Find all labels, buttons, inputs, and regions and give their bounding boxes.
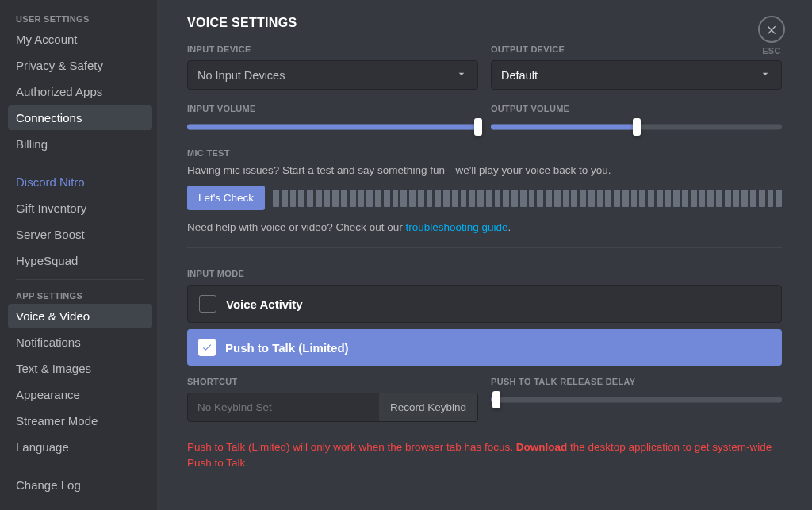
sidebar-item-my-account[interactable]: My Account bbox=[8, 27, 152, 52]
input-device-select[interactable]: No Input Devices bbox=[187, 60, 478, 90]
sidebar-item-text-images[interactable]: Text & Images bbox=[8, 356, 152, 381]
mic-test-description: Having mic issues? Start a test and say … bbox=[187, 164, 782, 176]
troubleshooting-link[interactable]: troubleshooting guide bbox=[405, 221, 508, 233]
input-volume-label: INPUT VOLUME bbox=[187, 104, 478, 113]
release-delay-label: PUSH TO TALK RELEASE DELAY bbox=[491, 377, 782, 386]
sidebar-header-app: APP SETTINGS bbox=[8, 286, 152, 304]
checkbox-icon bbox=[199, 295, 216, 313]
divider bbox=[16, 163, 144, 163]
sidebar-item-voice-video[interactable]: Voice & Video bbox=[8, 304, 152, 328]
sidebar-item-streamer-mode[interactable]: Streamer Mode bbox=[8, 408, 152, 433]
close-esc: ESC bbox=[758, 16, 785, 56]
input-volume-slider[interactable] bbox=[187, 120, 478, 134]
mode-label: Push to Talk (Limited) bbox=[225, 341, 349, 355]
ptt-limited-warning: Push to Talk (Limited) will only work wh… bbox=[187, 439, 782, 472]
input-device-label: INPUT DEVICE bbox=[187, 44, 478, 54]
shortcut-label: SHORTCUT bbox=[187, 377, 478, 386]
sidebar-item-discord-nitro[interactable]: Discord Nitro bbox=[8, 170, 152, 194]
output-device-label: OUTPUT DEVICE bbox=[491, 44, 782, 54]
mic-test-label: MIC TEST bbox=[187, 148, 782, 158]
sidebar-item-privacy-safety[interactable]: Privacy & Safety bbox=[8, 53, 152, 78]
sidebar-header-user: USER SETTINGS bbox=[8, 10, 152, 27]
keybind-box: No Keybind Set Record Keybind bbox=[187, 393, 478, 422]
release-delay-slider[interactable] bbox=[491, 393, 782, 407]
input-mode-voice-activity[interactable]: Voice Activity bbox=[187, 285, 782, 323]
chevron-down-icon bbox=[455, 67, 468, 82]
sidebar-item-connections[interactable]: Connections bbox=[8, 105, 152, 130]
divider bbox=[16, 466, 144, 466]
output-volume-label: OUTPUT VOLUME bbox=[491, 104, 782, 113]
input-mode-push-to-talk[interactable]: Push to Talk (Limited) bbox=[187, 329, 782, 366]
sidebar-item-authorized-apps[interactable]: Authorized Apps bbox=[8, 79, 152, 104]
settings-sidebar: USER SETTINGS My Account Privacy & Safet… bbox=[0, 0, 157, 510]
output-device-select[interactable]: Default bbox=[491, 60, 782, 90]
download-link[interactable]: Download bbox=[516, 441, 568, 453]
close-icon bbox=[765, 23, 778, 36]
output-device-value: Default bbox=[501, 69, 538, 82]
record-keybind-button[interactable]: Record Keybind bbox=[379, 393, 477, 421]
keybind-input[interactable]: No Keybind Set bbox=[188, 393, 379, 421]
divider bbox=[187, 247, 782, 248]
help-text: Need help with voice or video? Check out… bbox=[187, 221, 782, 233]
page-title: VOICE SETTINGS bbox=[187, 16, 782, 30]
checkbox-checked-icon bbox=[198, 339, 216, 356]
mic-test-meter bbox=[273, 190, 782, 207]
settings-content: ESC VOICE SETTINGS INPUT DEVICE No Input… bbox=[157, 0, 812, 510]
sidebar-item-change-log[interactable]: Change Log bbox=[8, 473, 152, 497]
divider bbox=[16, 504, 144, 504]
sidebar-item-gift-inventory[interactable]: Gift Inventory bbox=[8, 196, 152, 220]
output-volume-slider[interactable] bbox=[491, 120, 782, 134]
sidebar-item-hypesquad[interactable]: HypeSquad bbox=[8, 248, 152, 273]
sidebar-item-language[interactable]: Language bbox=[8, 435, 152, 459]
sidebar-item-appearance[interactable]: Appearance bbox=[8, 382, 152, 407]
sidebar-item-notifications[interactable]: Notifications bbox=[8, 330, 152, 355]
close-button[interactable] bbox=[758, 16, 785, 43]
mode-label: Voice Activity bbox=[226, 297, 303, 311]
divider bbox=[16, 279, 144, 280]
sidebar-item-billing[interactable]: Billing bbox=[8, 132, 152, 156]
input-mode-label: INPUT MODE bbox=[187, 269, 782, 278]
esc-label: ESC bbox=[758, 46, 785, 56]
input-device-value: No Input Devices bbox=[197, 69, 285, 82]
sidebar-item-server-boost[interactable]: Server Boost bbox=[8, 222, 152, 247]
chevron-down-icon bbox=[759, 67, 772, 82]
mic-test-button[interactable]: Let's Check bbox=[187, 186, 265, 210]
